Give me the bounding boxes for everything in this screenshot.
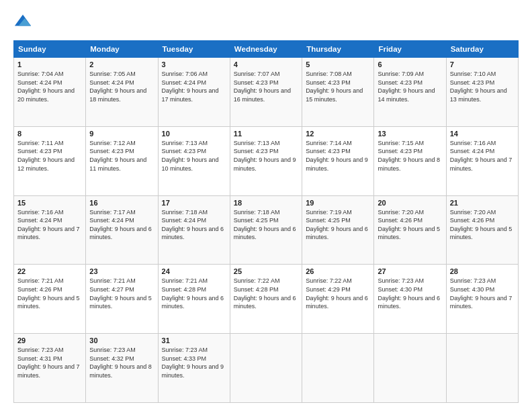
day-number: 5 (306, 60, 370, 68)
calendar-week-4: 29 Sunrise: 7:23 AMSunset: 4:31 PMDaylig… (14, 334, 519, 403)
logo-icon (13, 12, 32, 34)
calendar-cell: 8 Sunrise: 7:11 AMSunset: 4:23 PMDayligh… (14, 126, 86, 195)
day-number: 3 (162, 60, 226, 68)
calendar-cell: 15 Sunrise: 7:16 AMSunset: 4:24 PMDaylig… (14, 195, 86, 265)
day-detail: Sunrise: 7:13 AMSunset: 4:23 PMDaylight:… (234, 140, 296, 172)
calendar-cell (374, 334, 446, 403)
page-header (13, 12, 519, 34)
day-detail: Sunrise: 7:23 AMSunset: 4:32 PMDaylight:… (89, 347, 152, 379)
calendar-cell: 26 Sunrise: 7:22 AMSunset: 4:29 PMDaylig… (302, 265, 374, 334)
day-number: 16 (89, 199, 154, 207)
day-detail: Sunrise: 7:22 AMSunset: 4:28 PMDaylight:… (234, 277, 296, 310)
calendar-cell (230, 334, 302, 403)
day-number: 23 (89, 267, 154, 275)
calendar-week-0: 1 Sunrise: 7:04 AMSunset: 4:24 PMDayligh… (14, 58, 519, 127)
day-detail: Sunrise: 7:23 AMSunset: 4:31 PMDaylight:… (17, 347, 80, 379)
calendar-cell: 22 Sunrise: 7:21 AMSunset: 4:26 PMDaylig… (14, 265, 86, 334)
weekday-header-thursday: Thursday (302, 41, 374, 58)
day-number: 9 (89, 130, 154, 138)
weekday-header-sunday: Sunday (14, 41, 86, 58)
day-detail: Sunrise: 7:23 AMSunset: 4:30 PMDaylight:… (378, 277, 440, 310)
day-detail: Sunrise: 7:22 AMSunset: 4:29 PMDaylight:… (306, 277, 368, 310)
weekday-header-saturday: Saturday (446, 41, 518, 58)
calendar-cell: 10 Sunrise: 7:13 AMSunset: 4:23 PMDaylig… (158, 126, 230, 195)
day-detail: Sunrise: 7:16 AMSunset: 4:24 PMDaylight:… (17, 209, 80, 241)
calendar-cell: 24 Sunrise: 7:21 AMSunset: 4:28 PMDaylig… (158, 265, 230, 334)
calendar-cell: 13 Sunrise: 7:15 AMSunset: 4:23 PMDaylig… (374, 126, 446, 195)
day-number: 14 (450, 130, 515, 138)
calendar-cell: 31 Sunrise: 7:23 AMSunset: 4:33 PMDaylig… (158, 334, 230, 403)
weekday-header-monday: Monday (86, 41, 158, 58)
day-number: 19 (306, 199, 370, 207)
day-number: 22 (17, 267, 82, 275)
day-detail: Sunrise: 7:14 AMSunset: 4:23 PMDaylight:… (306, 140, 368, 172)
day-detail: Sunrise: 7:21 AMSunset: 4:27 PMDaylight:… (89, 277, 152, 310)
weekday-header-tuesday: Tuesday (158, 41, 230, 58)
day-detail: Sunrise: 7:21 AMSunset: 4:28 PMDaylight:… (162, 277, 224, 310)
calendar-cell (302, 334, 374, 403)
calendar-cell: 18 Sunrise: 7:18 AMSunset: 4:25 PMDaylig… (230, 195, 302, 265)
day-detail: Sunrise: 7:04 AMSunset: 4:24 PMDaylight:… (17, 71, 75, 103)
day-number: 18 (234, 199, 298, 207)
calendar-cell: 14 Sunrise: 7:16 AMSunset: 4:24 PMDaylig… (446, 126, 518, 195)
day-number: 4 (234, 60, 298, 68)
day-number: 30 (89, 336, 154, 345)
day-detail: Sunrise: 7:15 AMSunset: 4:23 PMDaylight:… (378, 140, 440, 172)
day-number: 27 (378, 267, 442, 275)
day-detail: Sunrise: 7:21 AMSunset: 4:26 PMDaylight:… (17, 277, 80, 310)
calendar-cell: 29 Sunrise: 7:23 AMSunset: 4:31 PMDaylig… (14, 334, 86, 403)
day-detail: Sunrise: 7:11 AMSunset: 4:23 PMDaylight:… (17, 140, 75, 172)
day-detail: Sunrise: 7:23 AMSunset: 4:30 PMDaylight:… (450, 277, 513, 310)
calendar-cell (446, 334, 518, 403)
calendar-cell: 23 Sunrise: 7:21 AMSunset: 4:27 PMDaylig… (86, 265, 158, 334)
day-number: 20 (378, 199, 442, 207)
calendar-header: SundayMondayTuesdayWednesdayThursdayFrid… (14, 41, 519, 58)
weekday-header-friday: Friday (374, 41, 446, 58)
day-detail: Sunrise: 7:20 AMSunset: 4:26 PMDaylight:… (378, 209, 440, 241)
day-number: 7 (450, 60, 515, 68)
day-number: 15 (17, 199, 82, 207)
day-number: 25 (234, 267, 298, 275)
calendar-body: 1 Sunrise: 7:04 AMSunset: 4:24 PMDayligh… (14, 58, 519, 403)
day-number: 13 (378, 130, 442, 138)
calendar-page: SundayMondayTuesdayWednesdayThursdayFrid… (0, 0, 532, 411)
day-number: 11 (234, 130, 298, 138)
day-detail: Sunrise: 7:06 AMSunset: 4:24 PMDaylight:… (162, 71, 219, 103)
calendar-cell: 11 Sunrise: 7:13 AMSunset: 4:23 PMDaylig… (230, 126, 302, 195)
day-number: 1 (17, 60, 82, 68)
calendar-cell: 20 Sunrise: 7:20 AMSunset: 4:26 PMDaylig… (374, 195, 446, 265)
day-detail: Sunrise: 7:20 AMSunset: 4:26 PMDaylight:… (450, 209, 513, 241)
day-number: 6 (378, 60, 442, 68)
calendar-cell: 7 Sunrise: 7:10 AMSunset: 4:23 PMDayligh… (446, 58, 518, 127)
calendar-week-3: 22 Sunrise: 7:21 AMSunset: 4:26 PMDaylig… (14, 265, 519, 334)
day-detail: Sunrise: 7:17 AMSunset: 4:24 PMDaylight:… (89, 209, 152, 241)
calendar-week-1: 8 Sunrise: 7:11 AMSunset: 4:23 PMDayligh… (14, 126, 519, 195)
calendar-cell: 19 Sunrise: 7:19 AMSunset: 4:25 PMDaylig… (302, 195, 374, 265)
day-number: 29 (17, 336, 82, 345)
day-detail: Sunrise: 7:18 AMSunset: 4:24 PMDaylight:… (162, 209, 224, 241)
calendar-table: SundayMondayTuesdayWednesdayThursdayFrid… (13, 40, 519, 403)
calendar-cell: 3 Sunrise: 7:06 AMSunset: 4:24 PMDayligh… (158, 58, 230, 127)
day-detail: Sunrise: 7:08 AMSunset: 4:23 PMDaylight:… (306, 71, 363, 103)
calendar-cell: 2 Sunrise: 7:05 AMSunset: 4:24 PMDayligh… (86, 58, 158, 127)
day-detail: Sunrise: 7:10 AMSunset: 4:23 PMDaylight:… (450, 71, 507, 103)
day-detail: Sunrise: 7:18 AMSunset: 4:25 PMDaylight:… (234, 209, 296, 241)
day-number: 12 (306, 130, 370, 138)
calendar-cell: 9 Sunrise: 7:12 AMSunset: 4:23 PMDayligh… (86, 126, 158, 195)
calendar-cell: 28 Sunrise: 7:23 AMSunset: 4:30 PMDaylig… (446, 265, 518, 334)
calendar-cell: 4 Sunrise: 7:07 AMSunset: 4:23 PMDayligh… (230, 58, 302, 127)
day-number: 31 (162, 336, 226, 345)
logo (13, 12, 35, 34)
calendar-cell: 16 Sunrise: 7:17 AMSunset: 4:24 PMDaylig… (86, 195, 158, 265)
day-detail: Sunrise: 7:12 AMSunset: 4:23 PMDaylight:… (89, 140, 146, 172)
day-detail: Sunrise: 7:19 AMSunset: 4:25 PMDaylight:… (306, 209, 368, 241)
day-detail: Sunrise: 7:16 AMSunset: 4:24 PMDaylight:… (450, 140, 513, 172)
calendar-cell: 1 Sunrise: 7:04 AMSunset: 4:24 PMDayligh… (14, 58, 86, 127)
day-number: 28 (450, 267, 515, 275)
day-number: 8 (17, 130, 82, 138)
day-number: 2 (89, 60, 154, 68)
calendar-cell: 6 Sunrise: 7:09 AMSunset: 4:23 PMDayligh… (374, 58, 446, 127)
calendar-cell: 17 Sunrise: 7:18 AMSunset: 4:24 PMDaylig… (158, 195, 230, 265)
day-detail: Sunrise: 7:23 AMSunset: 4:33 PMDaylight:… (162, 347, 224, 379)
day-detail: Sunrise: 7:13 AMSunset: 4:23 PMDaylight:… (162, 140, 219, 172)
